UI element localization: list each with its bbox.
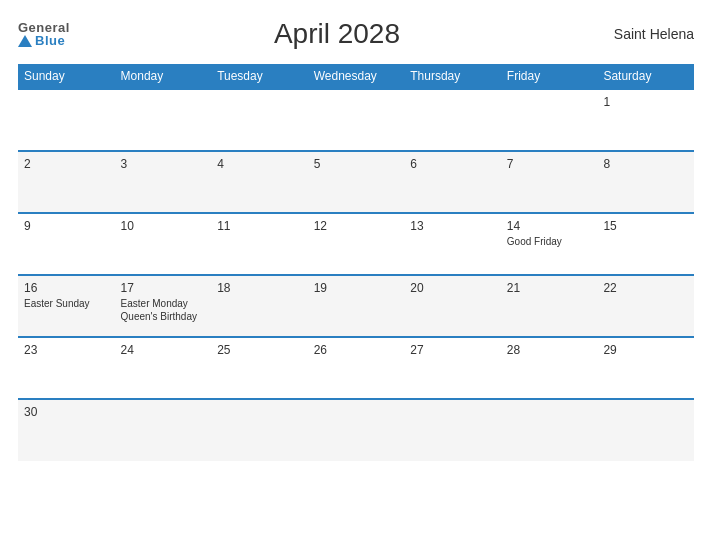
col-sunday: Sunday xyxy=(18,64,115,89)
calendar-day-cell: 1 xyxy=(597,89,694,151)
day-number: 29 xyxy=(603,343,688,357)
calendar-day-cell xyxy=(501,399,598,461)
calendar-day-cell xyxy=(211,89,308,151)
calendar-day-cell: 11 xyxy=(211,213,308,275)
calendar-day-cell: 3 xyxy=(115,151,212,213)
day-number: 27 xyxy=(410,343,495,357)
calendar-day-cell: 17Easter MondayQueen's Birthday xyxy=(115,275,212,337)
calendar-day-cell xyxy=(404,399,501,461)
calendar-day-cell: 7 xyxy=(501,151,598,213)
calendar-day-cell: 9 xyxy=(18,213,115,275)
calendar-day-cell: 24 xyxy=(115,337,212,399)
day-number: 8 xyxy=(603,157,688,171)
day-event: Queen's Birthday xyxy=(121,310,206,323)
day-event: Easter Sunday xyxy=(24,297,109,310)
calendar-day-cell: 21 xyxy=(501,275,598,337)
calendar-day-cell xyxy=(404,89,501,151)
calendar-title: April 2028 xyxy=(70,18,604,50)
calendar-day-cell: 26 xyxy=(308,337,405,399)
day-number: 17 xyxy=(121,281,206,295)
calendar-day-cell: 14Good Friday xyxy=(501,213,598,275)
logo-triangle-icon xyxy=(18,35,32,47)
day-number: 9 xyxy=(24,219,109,233)
col-wednesday: Wednesday xyxy=(308,64,405,89)
calendar-week-row: 23242526272829 xyxy=(18,337,694,399)
day-number: 12 xyxy=(314,219,399,233)
calendar-day-cell: 28 xyxy=(501,337,598,399)
day-number: 26 xyxy=(314,343,399,357)
calendar-day-cell: 29 xyxy=(597,337,694,399)
day-number: 22 xyxy=(603,281,688,295)
col-monday: Monday xyxy=(115,64,212,89)
day-number: 1 xyxy=(603,95,688,109)
day-number: 2 xyxy=(24,157,109,171)
col-friday: Friday xyxy=(501,64,598,89)
calendar-day-cell: 2 xyxy=(18,151,115,213)
day-number: 3 xyxy=(121,157,206,171)
day-number: 11 xyxy=(217,219,302,233)
calendar-week-row: 16Easter Sunday17Easter MondayQueen's Bi… xyxy=(18,275,694,337)
day-number: 5 xyxy=(314,157,399,171)
calendar-week-row: 91011121314Good Friday15 xyxy=(18,213,694,275)
header: General Blue April 2028 Saint Helena xyxy=(18,18,694,50)
calendar-day-cell xyxy=(308,399,405,461)
col-thursday: Thursday xyxy=(404,64,501,89)
calendar-day-cell: 10 xyxy=(115,213,212,275)
day-number: 15 xyxy=(603,219,688,233)
page: General Blue April 2028 Saint Helena Sun… xyxy=(0,0,712,550)
day-number: 20 xyxy=(410,281,495,295)
calendar-body: 1234567891011121314Good Friday1516Easter… xyxy=(18,89,694,461)
logo: General Blue xyxy=(18,21,70,47)
calendar-day-cell: 8 xyxy=(597,151,694,213)
day-number: 6 xyxy=(410,157,495,171)
calendar-day-cell: 4 xyxy=(211,151,308,213)
calendar-table: Sunday Monday Tuesday Wednesday Thursday… xyxy=(18,64,694,461)
calendar-day-cell: 19 xyxy=(308,275,405,337)
calendar-day-cell: 23 xyxy=(18,337,115,399)
day-number: 28 xyxy=(507,343,592,357)
day-event: Good Friday xyxy=(507,235,592,248)
calendar-day-cell: 13 xyxy=(404,213,501,275)
day-number: 7 xyxy=(507,157,592,171)
calendar-day-cell xyxy=(115,89,212,151)
calendar-week-row: 30 xyxy=(18,399,694,461)
day-number: 13 xyxy=(410,219,495,233)
calendar-day-cell xyxy=(597,399,694,461)
region-label: Saint Helena xyxy=(604,26,694,42)
calendar-day-cell: 22 xyxy=(597,275,694,337)
logo-blue-label: Blue xyxy=(35,34,65,47)
calendar-week-row: 1 xyxy=(18,89,694,151)
day-number: 24 xyxy=(121,343,206,357)
col-saturday: Saturday xyxy=(597,64,694,89)
calendar-day-cell: 30 xyxy=(18,399,115,461)
calendar-day-cell: 27 xyxy=(404,337,501,399)
calendar-day-cell: 20 xyxy=(404,275,501,337)
calendar-day-cell: 5 xyxy=(308,151,405,213)
calendar-day-cell: 15 xyxy=(597,213,694,275)
weekday-header-row: Sunday Monday Tuesday Wednesday Thursday… xyxy=(18,64,694,89)
day-number: 19 xyxy=(314,281,399,295)
calendar-header: Sunday Monday Tuesday Wednesday Thursday… xyxy=(18,64,694,89)
day-number: 25 xyxy=(217,343,302,357)
day-number: 4 xyxy=(217,157,302,171)
day-event: Easter Monday xyxy=(121,297,206,310)
calendar-day-cell xyxy=(211,399,308,461)
calendar-day-cell xyxy=(501,89,598,151)
day-number: 14 xyxy=(507,219,592,233)
calendar-day-cell: 16Easter Sunday xyxy=(18,275,115,337)
col-tuesday: Tuesday xyxy=(211,64,308,89)
calendar-day-cell xyxy=(18,89,115,151)
day-number: 18 xyxy=(217,281,302,295)
day-number: 10 xyxy=(121,219,206,233)
calendar-day-cell: 12 xyxy=(308,213,405,275)
calendar-day-cell: 25 xyxy=(211,337,308,399)
day-number: 21 xyxy=(507,281,592,295)
logo-blue-text: Blue xyxy=(18,34,65,47)
calendar-day-cell: 18 xyxy=(211,275,308,337)
calendar-day-cell xyxy=(308,89,405,151)
calendar-day-cell xyxy=(115,399,212,461)
day-number: 30 xyxy=(24,405,109,419)
day-number: 16 xyxy=(24,281,109,295)
calendar-day-cell: 6 xyxy=(404,151,501,213)
calendar-week-row: 2345678 xyxy=(18,151,694,213)
